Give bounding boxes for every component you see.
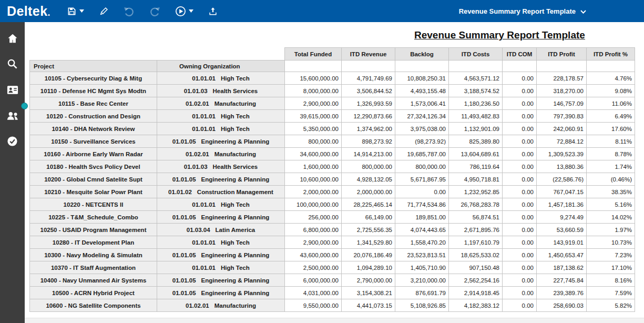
org-cell[interactable]: 01.01.05Engineering & Planning [157,274,285,287]
table-row[interactable]: 10370 - IT Staff Augmentation01.01.01Hig… [30,261,635,274]
table-row[interactable]: 10140 - DHA Network Review01.01.01High T… [30,123,635,135]
org-cell[interactable]: 01.01.03Health Services [157,85,285,97]
edit-button[interactable] [94,4,114,19]
value-cell: 0.00 [395,186,449,198]
project-cell[interactable]: 10200 - Global Cmnd Satelite Supt [30,173,157,186]
column-header[interactable]: Backlog [395,48,449,60]
value-cell: 4.76% [587,72,635,85]
sidebar-item-home[interactable] [0,28,25,49]
value-cell: 14.02% [587,211,635,224]
org-cell[interactable]: 01.02.01Manufacturing [157,299,285,312]
org-cell[interactable]: 01.01.01High Tech [157,261,285,274]
org-cell[interactable]: 01.01.01High Tech [157,198,285,211]
table-row[interactable]: 10210 - Mesquite Solar Powr Plant01.01.0… [30,186,635,198]
undo-button[interactable] [119,4,139,19]
export-icon [208,6,218,16]
value-cell: 6,000,000.00 [285,274,342,287]
table-row[interactable]: 10110 - Defense HC Mgmt Sys Modtn01.01.0… [30,85,635,97]
org-cell[interactable]: 01.01.05Engineering & Planning [157,135,285,148]
project-cell[interactable]: 10250 - USAID Program Management [30,224,157,236]
project-cell[interactable]: 10600 - NG Satellite Components [30,299,157,312]
table-row[interactable]: 10200 - Global Cmnd Satelite Supt01.01.0… [30,173,635,186]
column-header-project[interactable]: Project [30,60,157,72]
value-cell: 13,604,689.61 [449,148,503,160]
value-cell: 27,324,126.34 [395,110,449,123]
column-header[interactable]: ITD Profit % [587,48,635,60]
project-cell[interactable]: 10280 - IT Development Plan [30,236,157,249]
table-row[interactable]: 10225 - T&M_Schedule_Combo01.01.05Engine… [30,211,635,224]
org-cell[interactable]: 01.01.05Engineering & Planning [157,287,285,299]
project-cell[interactable]: 10210 - Mesquite Solar Powr Plant [30,186,157,198]
value-cell: 15,600,000.00 [285,72,342,85]
table-row[interactable]: 10180 - Health Svcs Policy Devel01.01.03… [30,160,635,173]
org-cell[interactable]: 01.01.01High Tech [157,123,285,135]
value-cell: 0.00 [503,236,537,249]
table-row[interactable]: 10160 - Airborne Early Warn Radar01.02.0… [30,148,635,160]
org-code: 01.01.05 [172,252,196,258]
table-row[interactable]: 10280 - IT Development Plan01.01.01High … [30,236,635,249]
org-cell[interactable]: 01.01.02Construction Management [157,186,285,198]
horizontal-scrollbar[interactable] [25,318,644,323]
org-cell[interactable]: 01.01.03Health Services [157,160,285,173]
org-cell[interactable]: 01.01.05Engineering & Planning [157,249,285,261]
project-cell[interactable]: 10300 - Navy Modeling & Simulatn [30,249,157,261]
table-row[interactable]: 10500 - ACRN Hybrid Project01.01.05Engin… [30,287,635,299]
panel-drag-handle[interactable] [21,103,28,109]
project-cell[interactable]: 10160 - Airborne Early Warn Radar [30,148,157,160]
value-cell: 0.00 [503,97,537,110]
project-cell[interactable]: 10500 - ACRN Hybrid Project [30,287,157,299]
org-cell[interactable]: 01.03.04Latin America [157,224,285,236]
project-cell[interactable]: 10400 - Navy Unmanned Air Systems [30,274,157,287]
sidebar-item-search[interactable] [0,54,25,75]
org-cell[interactable]: 01.01.01High Tech [157,236,285,249]
table-row[interactable]: 10250 - USAID Program Management01.03.04… [30,224,635,236]
org-code: 01.01.05 [172,176,196,183]
org-cell[interactable]: 01.01.05Engineering & Planning [157,173,285,186]
column-header[interactable]: ITD Profit [537,48,587,60]
value-cell: 2,500,000.00 [285,261,342,274]
project-cell[interactable]: 10120 - Construction and Design [30,110,157,123]
project-cell[interactable]: 10225 - T&M_Schedule_Combo [30,211,157,224]
org-cell[interactable]: 01.02.01Manufacturing [157,148,285,160]
table-row[interactable]: 10300 - Navy Modeling & Simulatn01.01.05… [30,249,635,261]
project-cell[interactable]: 10150 - Surveillance Services [30,135,157,148]
org-cell[interactable]: 01.01.01High Tech [157,110,285,123]
table-row[interactable]: 10220 - NETCENTS II01.01.01High Tech100,… [30,198,635,211]
export-button[interactable] [203,4,222,19]
column-header[interactable]: Total Funded [285,48,342,60]
table-row[interactable]: 10105 - Cybersecurity Diag & Mitg01.01.0… [30,72,635,85]
value-cell: 7.59% [587,287,635,299]
table-row[interactable]: 10150 - Surveillance Services01.01.05Eng… [30,135,635,148]
project-cell[interactable]: 10180 - Health Svcs Policy Devel [30,160,157,173]
value-cell: 4,950,718.81 [449,173,503,186]
column-header[interactable]: ITD COM [503,48,537,60]
value-cell: 0.00 [503,211,537,224]
value-cell: 1.97% [587,224,635,236]
redo-button[interactable] [145,4,165,19]
sidebar-item-people[interactable] [0,106,25,127]
run-button[interactable] [170,3,198,19]
value-cell: 17.60% [587,123,635,135]
table-row[interactable]: 10120 - Construction and Design01.01.01H… [30,110,635,123]
project-cell[interactable]: 10115 - Base Rec Center [30,97,157,110]
column-header[interactable]: ITD Costs [449,48,503,60]
table-row[interactable]: 10115 - Base Rec Center01.02.01Manufactu… [30,97,635,110]
value-cell: 0.00 [503,110,537,123]
table-row[interactable]: 10600 - NG Satellite Components01.02.01M… [30,299,635,312]
sidebar-item-actions[interactable] [0,132,25,153]
column-header-org[interactable]: Owning Organization [157,60,285,72]
save-button[interactable] [62,4,89,19]
org-cell[interactable]: 01.01.05Engineering & Planning [157,211,285,224]
project-cell[interactable]: 10370 - IT Staff Augmentation [30,261,157,274]
project-cell[interactable]: 10140 - DHA Network Review [30,123,157,135]
org-cell[interactable]: 01.01.01High Tech [157,72,285,85]
report-template-selector[interactable]: Revenue Summary Report Template [459,7,586,15]
org-cell[interactable]: 01.02.01Manufacturing [157,97,285,110]
column-header[interactable]: ITD Revenue [342,48,395,60]
project-cell[interactable]: 10105 - Cybersecurity Diag & Mitg [30,72,157,85]
project-cell[interactable]: 10220 - NETCENTS II [30,198,157,211]
table-row[interactable]: 10400 - Navy Unmanned Air Systems01.01.0… [30,274,635,287]
project-cell[interactable]: 10110 - Defense HC Mgmt Sys Modtn [30,85,157,97]
value-cell: 66,149.00 [342,211,395,224]
sidebar-item-employee[interactable] [0,80,25,101]
